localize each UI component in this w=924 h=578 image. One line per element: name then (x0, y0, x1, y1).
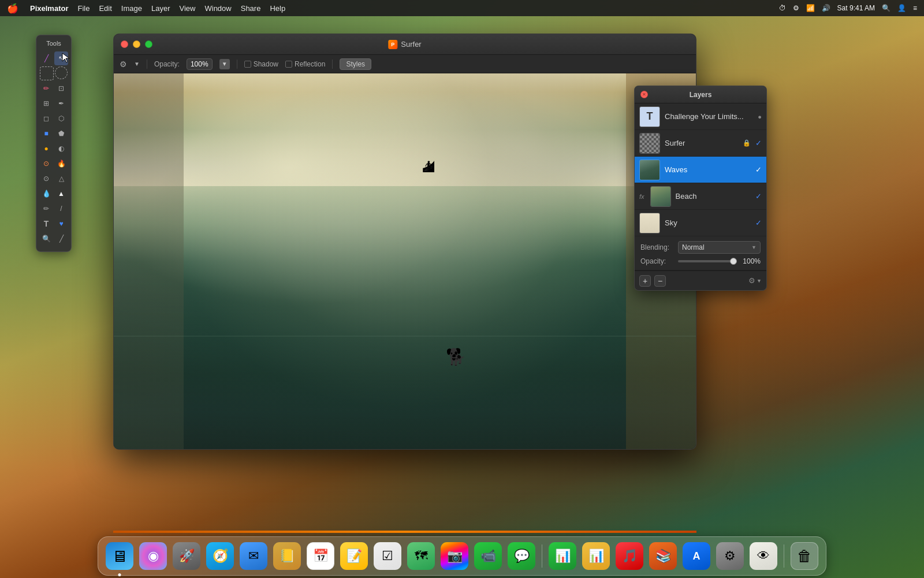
apple-menu[interactable]: 🍎 (7, 3, 18, 14)
tool-marquee-rect[interactable]: ▭ (40, 66, 54, 80)
tool-smudge[interactable]: ⊙ (39, 172, 53, 186)
dock-keynote[interactable]: 📊 (580, 540, 612, 572)
layer-item-waves[interactable]: Waves ✓ (635, 157, 766, 183)
blending-dropdown[interactable]: Normal ▼ (678, 241, 761, 254)
shadow-control[interactable]: Shadow (244, 60, 278, 68)
opacity-dropdown[interactable]: ▼ (219, 59, 230, 69)
layer-visibility-surfer[interactable]: ✓ (755, 139, 762, 147)
menu-window[interactable]: Window (204, 4, 231, 13)
layer-item-beach[interactable]: fx Beach ✓ (635, 183, 766, 210)
tool-shape-rect[interactable]: ■ (39, 127, 53, 140)
tool-heart[interactable]: ♥ (54, 217, 68, 231)
layers-close-button[interactable]: ✕ (640, 91, 648, 98)
menu-image[interactable]: Image (121, 4, 142, 13)
tool-transform[interactable]: ⊞ (39, 97, 53, 110)
layer-thumb-surfer (639, 133, 660, 154)
tool-pencil-blue[interactable]: ✏ (39, 202, 53, 216)
dock-maps[interactable]: 🗺 (405, 540, 437, 572)
menubar: 🍎 Pixelmator File Edit Image Layer View … (0, 0, 924, 16)
toolbar-settings-icon[interactable]: ⚙ (120, 60, 127, 69)
wave-highlight (114, 73, 696, 449)
layer-item-sky[interactable]: Sky ✓ (635, 210, 766, 236)
menu-edit[interactable]: Edit (99, 4, 111, 13)
tool-circle[interactable]: ● (39, 142, 53, 155)
tool-pointer[interactable]: ↖ (54, 51, 68, 65)
toolbar-divider-3 (332, 60, 333, 69)
layer-eye-icon: ● (758, 113, 762, 120)
tool-eyedropper[interactable]: ✒ (54, 97, 68, 110)
menu-layer[interactable]: Layer (151, 4, 170, 13)
canvas-area[interactable]: 🏄‍♂️ 🐕 (114, 73, 696, 449)
notification-icon[interactable]: ≡ (913, 4, 917, 12)
add-layer-button[interactable]: + (639, 275, 651, 287)
menu-help[interactable]: Help (270, 4, 285, 13)
spotlight-icon[interactable]: 🔍 (882, 4, 891, 12)
tool-pen[interactable]: ╱ (39, 51, 53, 65)
dock-sysprefs[interactable]: ⚙ (714, 540, 746, 572)
layer-visibility-beach[interactable]: ✓ (755, 192, 762, 201)
dock-notes[interactable]: 📝 (338, 540, 370, 572)
tool-sharpen[interactable]: △ (54, 172, 68, 186)
dock-safari[interactable]: 🧭 (204, 540, 236, 572)
tool-color-sampler[interactable]: ╱ (54, 232, 68, 246)
tool-eyedrop-blue[interactable]: 💧 (39, 187, 53, 201)
scripts-icon: ⚙ (793, 4, 799, 12)
dock-finder[interactable]: 🖥 (104, 540, 135, 572)
dock-messages[interactable]: 💬 (506, 540, 537, 572)
dock-reminders[interactable]: ☑ (372, 540, 403, 572)
close-button[interactable] (121, 40, 128, 48)
tool-line[interactable]: / (54, 202, 68, 216)
dock-photos[interactable]: 📷 (439, 540, 470, 572)
menu-share[interactable]: Share (241, 4, 261, 13)
layer-item-surfer[interactable]: Surfer 🔒 ✓ (635, 130, 766, 157)
dock-launchpad[interactable]: 🚀 (171, 540, 202, 572)
numbers-icon: 📊 (549, 542, 576, 570)
layer-visibility-waves[interactable]: ✓ (755, 165, 762, 174)
reflection-control[interactable]: Reflection (285, 60, 325, 68)
tool-marquee-ellipse[interactable] (55, 66, 68, 79)
opacity-value[interactable]: 100% (187, 58, 213, 70)
tool-gradient[interactable]: ◐ (54, 142, 68, 155)
appstore-icon: A (683, 542, 710, 570)
tool-text[interactable]: T (39, 217, 53, 231)
layer-name-surfer: Surfer (665, 139, 738, 147)
dock-mail[interactable]: ✉ (238, 540, 269, 572)
tool-dodge[interactable]: ⊙ (39, 157, 53, 171)
dock-facetime[interactable]: 📹 (472, 540, 504, 572)
tool-burn[interactable]: 🔥 (54, 157, 68, 171)
layer-item-challenge[interactable]: T Challenge Your Limits... ● (635, 103, 766, 130)
remove-layer-button[interactable]: − (654, 275, 666, 287)
fullscreen-button[interactable] (145, 40, 152, 48)
dock-siri[interactable]: ◉ (137, 540, 169, 572)
app-name[interactable]: Pixelmator (30, 4, 68, 13)
tool-eraser[interactable]: ◻ (39, 112, 53, 125)
layer-visibility-sky[interactable]: ✓ (755, 218, 762, 227)
tool-paint-bucket[interactable]: ⬟ (54, 127, 68, 140)
canvas-image: 🏄‍♂️ 🐕 (114, 73, 696, 449)
menu-file[interactable]: File (77, 4, 90, 13)
dock-calendar[interactable]: 📅 (305, 540, 336, 572)
layer-options-button[interactable]: ⚙ ▼ (748, 276, 762, 285)
tool-zoom[interactable]: 🔍 (39, 232, 53, 246)
dock-numbers[interactable]: 📊 (547, 540, 578, 572)
menu-view[interactable]: View (180, 4, 196, 13)
dock-music[interactable]: 🎵 (614, 540, 645, 572)
finder-icon: 🖥 (106, 542, 133, 570)
tool-eyedrop-white[interactable]: ▲ (54, 187, 68, 201)
tool-clone[interactable]: ⬡ (54, 112, 68, 125)
dock-letterpress[interactable]: 📒 (271, 540, 303, 572)
dock-appstore[interactable]: A (681, 540, 712, 572)
shadow-checkbox[interactable] (244, 61, 251, 68)
terrain-left (114, 73, 184, 449)
dock-books[interactable]: 📚 (647, 540, 679, 572)
music-icon: 🎵 (616, 542, 643, 570)
opacity-slider[interactable] (678, 260, 736, 262)
dock-trash[interactable]: 🗑 (789, 540, 820, 572)
styles-button[interactable]: Styles (340, 58, 371, 70)
tool-crop[interactable]: ⊡ (54, 81, 68, 95)
reflection-checkbox[interactable] (285, 61, 292, 68)
tool-paint[interactable]: ✏ (39, 81, 53, 95)
minimize-button[interactable] (133, 40, 140, 48)
dock-preview[interactable]: 👁 (748, 540, 779, 572)
toolbar-dropdown-arrow[interactable]: ▼ (134, 61, 140, 67)
